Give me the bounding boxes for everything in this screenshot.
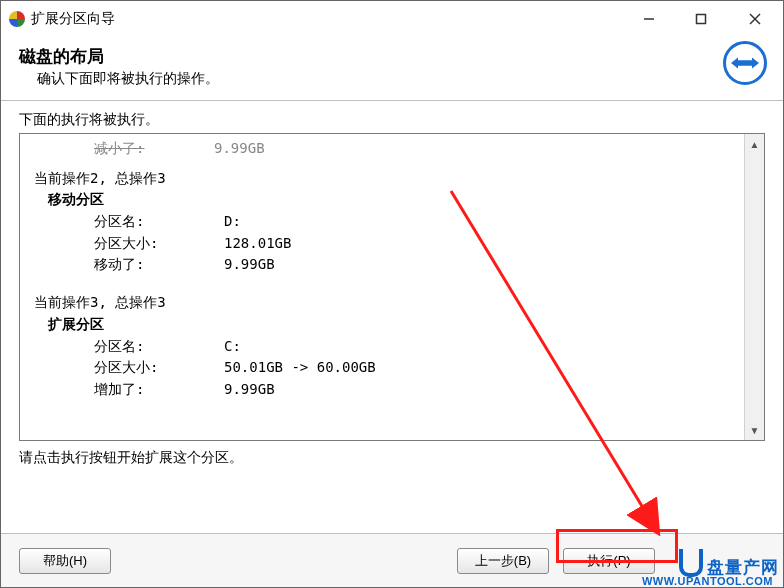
row-label: 分区大小: bbox=[94, 357, 224, 379]
op-row: 增加了:9.99GB bbox=[94, 379, 732, 401]
watermark-url: WWW.UPANTOOL.COM bbox=[642, 575, 773, 587]
scroll-down-icon[interactable]: ▼ bbox=[745, 420, 764, 440]
window-controls bbox=[623, 1, 783, 37]
back-button[interactable]: 上一步(B) bbox=[457, 548, 549, 574]
title-bar: 扩展分区向导 bbox=[1, 1, 783, 37]
op-subheading: 扩展分区 bbox=[48, 314, 732, 336]
op-row: 分区名:C: bbox=[94, 336, 732, 358]
wizard-window: 扩展分区向导 磁盘的布局 确认下面即将被执行的操作。 下面的执行将被执行。 减小… bbox=[0, 0, 784, 588]
vertical-scrollbar[interactable]: ▲ ▼ bbox=[744, 134, 764, 440]
maximize-button[interactable] bbox=[675, 1, 727, 37]
minimize-icon bbox=[643, 13, 655, 25]
op-row: 分区大小:50.01GB -> 60.00GB bbox=[94, 357, 732, 379]
page-title: 磁盘的布局 bbox=[19, 45, 765, 68]
wizard-arrow-icon bbox=[723, 41, 767, 85]
row-label: 移动了: bbox=[94, 254, 224, 276]
close-button[interactable] bbox=[727, 1, 783, 37]
row-label: 分区大小: bbox=[94, 233, 224, 255]
row-value: D: bbox=[224, 211, 241, 233]
op-row: 移动了:9.99GB bbox=[94, 254, 732, 276]
watermark: 盘量产网 WWW.UPANTOOL.COM bbox=[679, 553, 779, 581]
row-value: 9.99GB bbox=[214, 138, 265, 160]
op-row: 分区名:D: bbox=[94, 211, 732, 233]
operations-label: 下面的执行将被执行。 bbox=[19, 111, 765, 129]
scroll-up-icon[interactable]: ▲ bbox=[745, 134, 764, 154]
row-value: C: bbox=[224, 336, 241, 358]
execute-button[interactable]: 执行(P) bbox=[563, 548, 655, 574]
row-label: 分区名: bbox=[94, 211, 224, 233]
row-value: 50.01GB -> 60.00GB bbox=[224, 357, 376, 379]
minimize-button[interactable] bbox=[623, 1, 675, 37]
watermark-logo-icon bbox=[679, 549, 703, 577]
op-heading: 当前操作3, 总操作3 bbox=[34, 292, 732, 314]
window-title: 扩展分区向导 bbox=[31, 10, 623, 28]
row-value: 9.99GB bbox=[224, 254, 275, 276]
truncated-row: 减小了: 9.99GB bbox=[94, 138, 732, 160]
svg-rect-1 bbox=[697, 15, 706, 24]
close-icon bbox=[748, 12, 762, 26]
op-heading: 当前操作2, 总操作3 bbox=[34, 168, 732, 190]
help-button[interactable]: 帮助(H) bbox=[19, 548, 111, 574]
row-label: 分区名: bbox=[94, 336, 224, 358]
op-subheading: 移动分区 bbox=[48, 189, 732, 211]
row-value: 128.01GB bbox=[224, 233, 291, 255]
row-label: 增加了: bbox=[94, 379, 224, 401]
operations-content: 减小了: 9.99GB 当前操作2, 总操作3 移动分区 分区名:D: 分区大小… bbox=[20, 134, 742, 405]
operations-list: 减小了: 9.99GB 当前操作2, 总操作3 移动分区 分区名:D: 分区大小… bbox=[19, 133, 765, 441]
maximize-icon bbox=[695, 13, 707, 25]
row-label: 减小了: bbox=[94, 138, 214, 160]
wizard-header: 磁盘的布局 确认下面即将被执行的操作。 bbox=[1, 37, 783, 101]
row-value: 9.99GB bbox=[224, 379, 275, 401]
hint-text: 请点击执行按钮开始扩展这个分区。 bbox=[19, 449, 765, 467]
svg-marker-4 bbox=[731, 57, 759, 68]
page-subtitle: 确认下面即将被执行的操作。 bbox=[37, 70, 765, 88]
op-row: 分区大小:128.01GB bbox=[94, 233, 732, 255]
app-icon bbox=[9, 11, 25, 27]
